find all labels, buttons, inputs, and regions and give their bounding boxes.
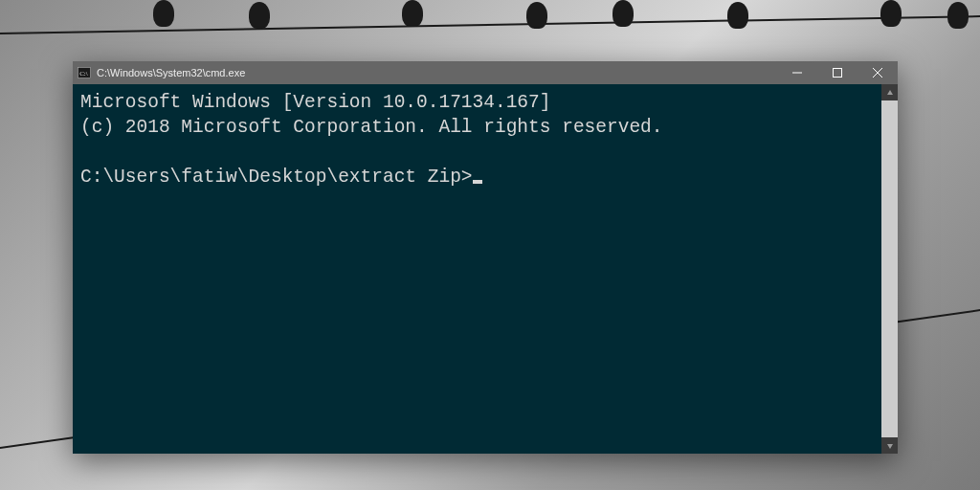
scroll-track[interactable] <box>881 100 898 437</box>
window-title: C:\Windows\System32\cmd.exe <box>97 67 245 78</box>
scroll-up-arrow-icon[interactable] <box>881 84 898 100</box>
terminal-output[interactable]: Microsoft Windows [Version 10.0.17134.16… <box>73 84 881 454</box>
titlebar[interactable]: C:\ C:\Windows\System32\cmd.exe <box>73 61 898 84</box>
svg-rect-3 <box>834 69 842 78</box>
scroll-down-arrow-icon[interactable] <box>881 437 898 454</box>
vertical-scrollbar[interactable] <box>881 84 898 454</box>
cmd-window: C:\ C:\Windows\System32\cmd.exe Microsof… <box>73 61 898 454</box>
terminal-body: Microsoft Windows [Version 10.0.17134.16… <box>73 84 898 454</box>
prompt: C:\Users\fatiw\Desktop\extract Zip> <box>80 167 473 188</box>
scroll-thumb[interactable] <box>881 100 898 437</box>
copyright-line: (c) 2018 Microsoft Corporation. All righ… <box>80 117 663 138</box>
svg-text:C:\: C:\ <box>79 70 88 78</box>
window-controls <box>777 61 898 84</box>
svg-marker-7 <box>887 444 893 449</box>
version-line: Microsoft Windows [Version 10.0.17134.16… <box>80 92 550 113</box>
cursor <box>473 180 482 184</box>
minimize-button[interactable] <box>777 61 817 84</box>
maximize-button[interactable] <box>817 61 858 84</box>
close-button[interactable] <box>858 61 898 84</box>
svg-marker-6 <box>887 90 893 95</box>
cmd-icon: C:\ <box>78 67 91 78</box>
